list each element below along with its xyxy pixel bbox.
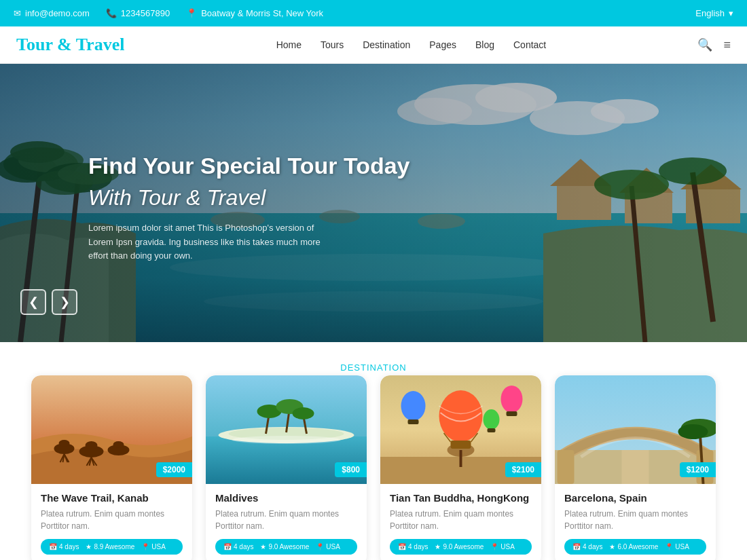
- svg-rect-71: [488, 428, 496, 432]
- star-icon-2: ★: [435, 543, 441, 550]
- card-0-rating: ★ 8.9 Awesome: [86, 543, 134, 550]
- destination-label: Destination: [20, 362, 727, 373]
- card-3-name: Barcelona, Spain: [564, 492, 706, 504]
- svg-point-57: [232, 436, 341, 444]
- card-2-days: 📅 4 days: [398, 543, 428, 550]
- card-0-name: The Wave Trail, Kanab: [41, 492, 183, 504]
- card-3-days: 📅 4 days: [572, 543, 602, 550]
- card-2-body: Tian Tan Buddha, HongKong Platea rutrum.…: [380, 484, 541, 560]
- card-2-image-wrap: $2100: [380, 375, 541, 484]
- svg-point-78: [678, 424, 708, 439]
- language-label: English: [695, 8, 725, 18]
- next-arrow-button[interactable]: ❯: [52, 289, 77, 315]
- star-icon-1: ★: [260, 543, 266, 550]
- nav-contact[interactable]: Contact: [513, 39, 546, 51]
- calendar-icon-0: 📅: [49, 543, 57, 550]
- card-1-name: Maldives: [215, 492, 357, 504]
- svg-point-70: [484, 409, 500, 430]
- svg-point-40: [86, 441, 98, 449]
- phone-text: 1234567890: [121, 8, 170, 18]
- top-bar-left: ✉ info@demo.com 📞 1234567890 📍 Boatway &…: [14, 8, 323, 18]
- star-icon-0: ★: [86, 543, 92, 550]
- card-0: $2000 The Wave Trail, Kanab Platea rutru…: [31, 375, 192, 560]
- card-2-desc: Platea rutrum. Enim quam montes Porttito…: [390, 508, 532, 532]
- nav-blog[interactable]: Blog: [475, 39, 494, 51]
- card-2-footer: 📅 4 days ★ 9.0 Awesome 📍 USA: [390, 539, 532, 555]
- hero-content: Find Your Special Tour Today With Tour &…: [88, 152, 410, 263]
- svg-rect-74: [558, 450, 575, 484]
- hero-section: Find Your Special Tour Today With Tour &…: [0, 64, 747, 342]
- nav-pages[interactable]: Pages: [429, 39, 456, 51]
- card-1-days: 📅 4 days: [223, 543, 253, 550]
- card-3-location: 📍 USA: [665, 543, 689, 550]
- star-icon-3: ★: [609, 543, 615, 550]
- card-1-location: 📍 USA: [316, 543, 340, 550]
- email-icon: ✉: [14, 8, 21, 18]
- destination-section: Destination: [0, 342, 747, 560]
- card-1-price: $800: [335, 462, 367, 477]
- card-2-price: $2100: [505, 462, 541, 477]
- svg-point-34: [59, 440, 70, 447]
- email-contact: ✉ info@demo.com: [14, 8, 90, 18]
- site-logo[interactable]: Tour & Travel: [16, 35, 124, 55]
- nav-home[interactable]: Home: [276, 39, 302, 51]
- card-3: $1200 Barcelona, Spain Platea rutrum. En…: [555, 375, 716, 560]
- nav-icons: 🔍 ≡: [697, 37, 731, 52]
- card-1-image-wrap: $800: [206, 375, 367, 484]
- nav-tours[interactable]: Tours: [321, 39, 344, 51]
- svg-rect-69: [507, 411, 517, 416]
- pin-icon-0: 📍: [141, 543, 149, 550]
- card-0-body: The Wave Trail, Kanab Platea rutrum. Eni…: [31, 484, 192, 560]
- card-0-location: 📍 USA: [141, 543, 166, 550]
- svg-point-66: [401, 391, 426, 421]
- card-3-rating: ★ 6.0 Awesome: [609, 543, 658, 550]
- card-0-price: $2000: [156, 462, 192, 477]
- phone-icon: 📞: [106, 8, 117, 18]
- language-selector[interactable]: English ▾: [695, 8, 733, 18]
- address-text: Boatway & Morris St, New York: [201, 8, 323, 18]
- card-1-body: Maldives Platea rutrum. Enim quam montes…: [206, 484, 367, 560]
- nav-destination[interactable]: Destination: [363, 39, 410, 51]
- email-text: info@demo.com: [25, 8, 90, 18]
- phone-contact: 📞 1234567890: [106, 8, 170, 18]
- svg-point-68: [501, 386, 523, 413]
- calendar-icon-2: 📅: [398, 543, 406, 550]
- pin-icon-1: 📍: [316, 543, 324, 550]
- card-2-rating: ★ 9.0 Awesome: [435, 543, 484, 550]
- card-2: $2100 Tian Tan Buddha, HongKong Platea r…: [380, 375, 541, 560]
- navbar: Tour & Travel Home Tours Destination Pag…: [0, 26, 747, 64]
- svg-point-46: [113, 441, 124, 448]
- card-2-name: Tian Tan Buddha, HongKong: [390, 492, 532, 504]
- card-1-rating: ★ 9.0 Awesome: [260, 543, 309, 550]
- svg-point-56: [293, 407, 314, 419]
- card-2-location: 📍 USA: [490, 543, 515, 550]
- chevron-down-icon: ▾: [729, 8, 733, 18]
- card-0-footer: 📅 4 days ★ 8.9 Awesome 📍 USA: [41, 539, 183, 555]
- calendar-icon-3: 📅: [572, 543, 581, 550]
- card-3-footer: 📅 4 days ★ 6.0 Awesome 📍 USA: [564, 539, 706, 555]
- svg-rect-65: [451, 441, 471, 449]
- prev-arrow-button[interactable]: ❮: [20, 289, 46, 315]
- calendar-icon-1: 📅: [223, 543, 232, 550]
- address-contact: 📍 Boatway & Morris St, New York: [186, 8, 323, 18]
- nav-links: Home Tours Destination Pages Blog Contac…: [276, 39, 547, 51]
- card-1: $800 Maldives Platea rutrum. Enim quam m…: [206, 375, 367, 560]
- card-0-image-wrap: $2000: [31, 375, 192, 484]
- hero-arrows: ❮ ❯: [20, 289, 77, 315]
- top-bar: ✉ info@demo.com 📞 1234567890 📍 Boatway &…: [0, 0, 747, 26]
- hero-title: Find Your Special Tour Today: [88, 152, 410, 180]
- card-0-days: 📅 4 days: [49, 543, 79, 550]
- card-3-body: Barcelona, Spain Platea rutrum. Enim qua…: [555, 484, 716, 560]
- location-icon: 📍: [186, 8, 197, 18]
- svg-rect-79: [622, 450, 649, 484]
- hero-description: Lorem ipsum dolor sit amet This is Photo…: [88, 221, 333, 263]
- card-0-desc: Platea rutrum. Enim quam montes Porttito…: [41, 508, 183, 532]
- cards-grid: $2000 The Wave Trail, Kanab Platea rutru…: [20, 375, 727, 560]
- card-1-footer: 📅 4 days ★ 9.0 Awesome 📍 USA: [215, 539, 357, 555]
- menu-icon[interactable]: ≡: [723, 38, 731, 52]
- card-1-desc: Platea rutrum. Enim quam montes Porttito…: [215, 508, 357, 532]
- search-icon[interactable]: 🔍: [697, 37, 712, 52]
- pin-icon-3: 📍: [665, 543, 673, 550]
- svg-rect-67: [408, 419, 419, 424]
- card-3-price: $1200: [680, 462, 716, 477]
